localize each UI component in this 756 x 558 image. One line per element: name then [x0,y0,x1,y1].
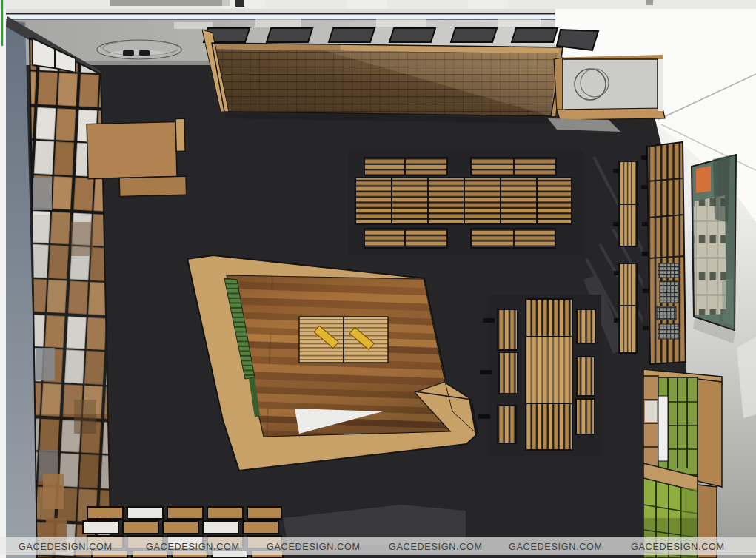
svg-text:GACEDESIGN.COM: GACEDESIGN.COM [509,542,603,552]
svg-text:GACEDESIGN.COM: GACEDESIGN.COM [19,542,113,552]
svg-text:GACEDESIGN.COM: GACEDESIGN.COM [389,542,483,552]
svg-text:GACEDESIGN.COM: GACEDESIGN.COM [631,542,725,552]
svg-text:GACEDESIGN.COM: GACEDESIGN.COM [146,542,240,552]
svg-text:GACEDESIGN.COM: GACEDESIGN.COM [267,542,361,552]
